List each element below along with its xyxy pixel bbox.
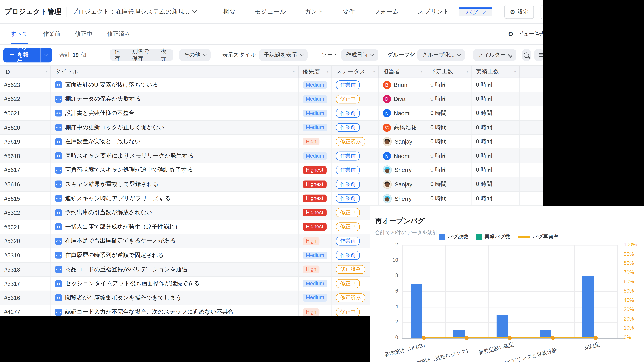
cell-id: #5616 [0, 177, 51, 191]
bar-2[interactable] [454, 330, 465, 338]
save-as-button[interactable]: 別名で保存 [127, 49, 156, 61]
table-row[interactable]: #5621<>設計書と実装仕様の不整合Medium作業前NNaomi0 時間0 … [0, 106, 544, 121]
column-header-4[interactable]: ステータス▼ [332, 66, 379, 78]
column-filter-icon[interactable]: ▼ [372, 70, 376, 73]
report-bug-button[interactable]: + バグを報告 [3, 48, 40, 62]
table-row[interactable]: #5622<>棚卸データの保存が失敗するMedium修正中DDiva0 時間0 … [0, 92, 544, 106]
column-filter-icon[interactable]: ▼ [326, 70, 329, 73]
cell-title[interactable]: <>セッションタイムアウト後も画面操作が継続できる [51, 277, 298, 291]
view-manage-button[interactable]: ⚙ ビュー管理 [508, 24, 544, 44]
cell-title[interactable]: <>画面設計のUI要素が抜け落ちている [51, 78, 298, 92]
bar-1[interactable] [410, 284, 422, 338]
bar-3[interactable] [496, 315, 508, 338]
filter-tab-3[interactable]: 修正中 [75, 24, 92, 44]
column-header-7[interactable]: 実績工数▼ [472, 66, 520, 78]
cell-priority: Medium [298, 78, 332, 92]
cell-title[interactable]: <>スキャン結果が重複して登録される [51, 177, 298, 191]
cell-id: #5619 [0, 135, 51, 148]
bug-type-icon: <> [55, 110, 62, 117]
more-dropdown[interactable]: その他 [179, 49, 211, 61]
cell-title[interactable]: <>商品コードの重複登録がバリデーションを通過 [51, 263, 298, 276]
status-badge: 修正中 [336, 222, 360, 231]
cell-title[interactable]: <>予約出庫の引当数が解放されない [51, 206, 298, 220]
chevron-down-icon [44, 52, 49, 56]
nav-tab-6[interactable]: スプリント [408, 7, 459, 16]
display-style-dropdown[interactable]: 子課題を表示 [259, 49, 308, 61]
nav-tab-5[interactable]: フォーム [364, 7, 408, 16]
nav-tab-2[interactable]: モジュール [245, 7, 295, 16]
table-row[interactable]: #5623<>画面設計のUI要素が抜け落ちているMedium作業前BBrion0… [0, 78, 544, 92]
table-row[interactable]: #5616<>スキャン結果が重複して登録されるHighest作業前Sanjay0… [0, 177, 544, 192]
nav-tab-1[interactable]: 概要 [214, 7, 245, 16]
search-button[interactable] [522, 49, 531, 61]
legend-item-2[interactable]: 再発バグ数 [476, 233, 510, 241]
rate-point-4[interactable] [550, 336, 554, 340]
table-row[interactable]: #5618<>同時スキャン要求によりメモリリークが発生するMedium作業前NN… [0, 149, 544, 163]
cell-title[interactable]: <>棚卸データの保存が失敗する [51, 92, 298, 106]
column-filter-icon[interactable]: ▼ [513, 70, 516, 73]
nav-tab-3[interactable]: ガント [295, 7, 333, 16]
cell-title[interactable]: <>在庫数量が実物と一致しない [51, 135, 298, 148]
cell-title[interactable]: <>一括入出庫で部分成功が発生（原子性崩れ） [51, 220, 298, 234]
cell-title[interactable]: <>設計書と実装仕様の不整合 [51, 106, 298, 120]
filter-tab-4[interactable]: 修正済み [107, 24, 130, 44]
nav-tab-label: 要件 [343, 8, 355, 16]
column-header-6[interactable]: 予定工数▼ [426, 66, 472, 78]
legend-item-3[interactable]: バグ再発率 [518, 233, 558, 241]
legend-item-1[interactable]: バグ総数 [439, 233, 468, 241]
cell-title[interactable]: <>閲覧者が在庫編集ボタンを操作できてしまう [51, 291, 298, 305]
column-header-2[interactable]: タイトル▼ [51, 66, 298, 78]
cell-title[interactable]: <>連続スキャン時にアプリがフリーズする [51, 192, 298, 205]
rate-point-1[interactable] [422, 336, 426, 340]
rate-point-5[interactable] [594, 336, 598, 340]
cell-title[interactable]: <>認証コード入力が不完全な場合、次のステップに進めない不具合 [51, 305, 298, 316]
rate-point-2[interactable] [465, 336, 469, 340]
column-filter-icon[interactable]: ▼ [420, 70, 423, 73]
table-row[interactable]: #5615<>連続スキャン時にアプリがフリーズするHighest作業前Sherr… [0, 192, 544, 206]
rate-point-3[interactable] [508, 336, 512, 340]
bar-5[interactable] [582, 276, 594, 338]
list-view-button[interactable] [534, 49, 544, 61]
save-button[interactable]: 保存 [110, 49, 127, 61]
table-row[interactable]: #5619<>在庫数量が実物と一致しないHigh修正済みSanjay0 時間0 … [0, 135, 544, 149]
table-row[interactable]: #5620<>棚卸中の更新ロックが正しく働かないMedium作業前祐高橋浩祐0 … [0, 120, 544, 135]
cell-priority: Medium [298, 149, 332, 163]
column-header-3[interactable]: 優先度▼ [298, 66, 332, 78]
partial-button[interactable] [540, 5, 544, 19]
cell-title[interactable]: <>高負荷状態でスキャン処理が途中で強制終了する [51, 163, 298, 177]
cell-title[interactable]: <>棚卸中の更新ロックが正しく働かない [51, 120, 298, 134]
cell-priority: Medium [298, 277, 332, 291]
project-selector[interactable]: プロジェクト：在庫管理システムの新規... [72, 8, 196, 16]
nav-tab-7[interactable]: バグ [459, 7, 492, 16]
column-header-1[interactable]: ID▼ [0, 66, 51, 78]
column-filter-icon[interactable]: ▼ [292, 70, 296, 73]
report-bug-dropdown[interactable] [40, 48, 52, 62]
cell-assignee: 祐高橋浩祐 [379, 120, 426, 134]
filter-tab-1[interactable]: すべて [11, 24, 28, 44]
nav-tab-4[interactable]: 要件 [333, 7, 364, 16]
cell-title[interactable]: <>在庫不足でも出庫確定できるケースがある [51, 234, 298, 248]
table-row[interactable]: #5617<>高負荷状態でスキャン処理が途中で強制終了するHighest作業前S… [0, 163, 544, 177]
priority-badge: Highest [302, 195, 326, 202]
cell-actual-hours: 0 時間 [472, 149, 520, 163]
filter-tab-2[interactable]: 作業前 [43, 24, 60, 44]
bar-4[interactable] [540, 330, 551, 338]
cell-actual-hours: 0 時間 [472, 177, 520, 191]
cell-assignee: BBrion [379, 78, 426, 92]
settings-button[interactable]: ⚙ 設定 [504, 4, 534, 19]
cell-planned-hours: 0 時間 [426, 192, 472, 205]
chevron-down-icon [481, 9, 486, 14]
column-header-label: タイトル [55, 68, 78, 75]
column-filter-icon[interactable]: ▼ [44, 70, 48, 73]
restore-button[interactable]: 復元 [156, 49, 173, 61]
assignee-name: Diva [394, 96, 405, 102]
column-filter-icon[interactable]: ▼ [466, 70, 469, 73]
column-header-5[interactable]: 担当者▼ [379, 66, 426, 78]
filter-dropdown[interactable]: フィルター [473, 49, 516, 61]
cell-title[interactable]: <>同時スキャン要求によりメモリリークが発生する [51, 149, 298, 163]
assignee-name: Brion [394, 82, 407, 88]
sort-dropdown[interactable]: 作成日時 [341, 49, 378, 61]
gridline-v [574, 245, 574, 338]
group-dropdown[interactable]: グループ化... [418, 49, 465, 61]
cell-title[interactable]: <>在庫履歴の時系列が逆順で固定される [51, 248, 298, 262]
